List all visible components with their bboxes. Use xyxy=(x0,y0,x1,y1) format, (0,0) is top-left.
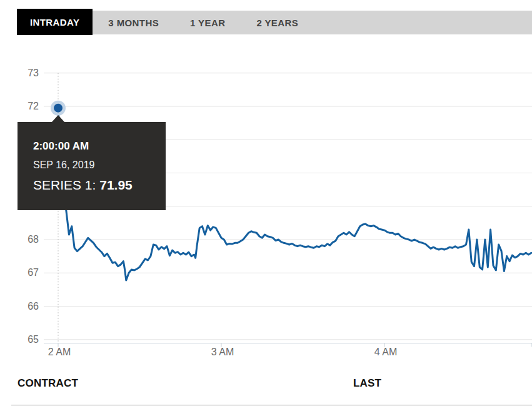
tooltip-value: 71.95 xyxy=(99,178,133,192)
column-header-contract: CONTRACT xyxy=(18,377,78,390)
tooltip-date: SEP 16, 2019 xyxy=(33,160,166,171)
y-tick-label-67: 67 xyxy=(18,267,39,278)
y-tick-label-66: 66 xyxy=(18,301,39,312)
y-tick-label-68: 68 xyxy=(18,234,39,245)
x-tick-label-3-am: 3 AM xyxy=(204,347,241,358)
y-tick-label-72: 72 xyxy=(18,101,39,112)
column-header-last: LAST xyxy=(353,377,381,390)
x-tick-label-2-am: 2 AM xyxy=(41,347,78,358)
tooltip-time: 2:00:00 AM xyxy=(33,140,166,153)
data-point-marker[interactable] xyxy=(54,104,63,113)
tooltip-series-label: SERIES 1: xyxy=(33,178,99,192)
intraday-chart-screen: INTRADAY 3 MONTHS 1 YEAR 2 YEARS 6566676… xyxy=(0,0,532,416)
x-tick-label-4-am: 4 AM xyxy=(367,347,404,358)
y-tick-label-65: 65 xyxy=(18,334,39,345)
table-divider xyxy=(11,405,532,405)
tooltip-caret xyxy=(51,115,65,123)
chart-tooltip: 2:00:00 AM SEP 16, 2019 SERIES 1: 71.95 xyxy=(18,122,166,210)
tooltip-series-value: SERIES 1: 71.95 xyxy=(33,178,166,193)
y-tick-label-73: 73 xyxy=(18,68,39,79)
